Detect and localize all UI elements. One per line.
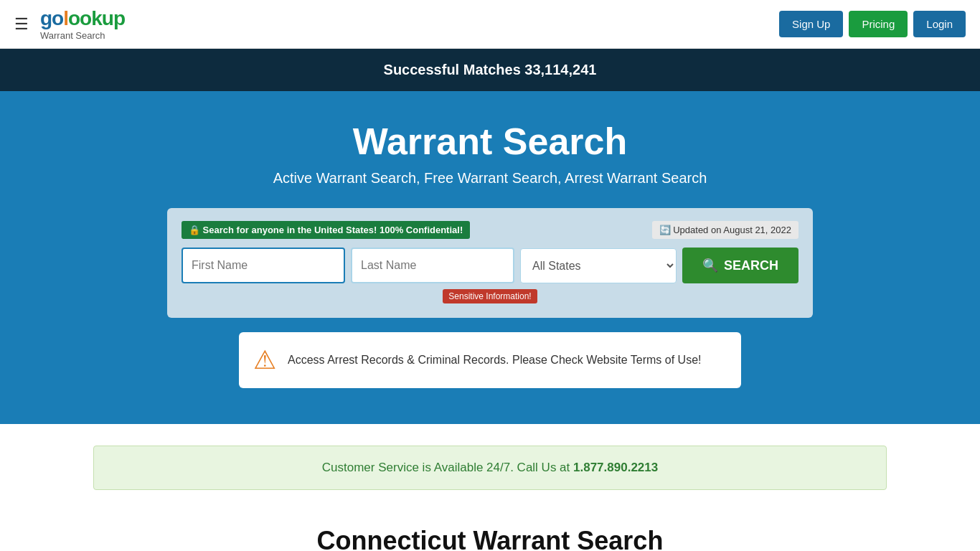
logo[interactable]: golookup bbox=[40, 7, 125, 30]
search-button[interactable]: 🔍 SEARCH bbox=[682, 248, 798, 283]
search-icon: 🔍 bbox=[702, 258, 718, 273]
logo-go: go bbox=[40, 7, 63, 29]
sensitive-info-badge: Sensitive Information! bbox=[182, 283, 798, 303]
customer-service-text: Customer Service is Available 24/7. Call… bbox=[322, 461, 573, 474]
last-name-input[interactable] bbox=[351, 248, 514, 283]
sensitive-label: Sensitive Information! bbox=[443, 289, 537, 303]
pricing-button[interactable]: Pricing bbox=[849, 11, 908, 37]
search-button-label: SEARCH bbox=[724, 258, 778, 273]
hero-title: Warrant Search bbox=[14, 120, 966, 163]
warning-box: ⚠ Access Arrest Records & Criminal Recor… bbox=[239, 332, 741, 388]
content-title: Connecticut Warrant Search bbox=[117, 526, 863, 551]
search-top-bar: 🔒 Search for anyone in the United States… bbox=[182, 221, 798, 239]
search-fields: All States Alabama Alaska Arizona Arkans… bbox=[182, 248, 798, 283]
warning-icon: ⚠ bbox=[253, 345, 276, 375]
hero-subtitle: Active Warrant Search, Free Warrant Sear… bbox=[14, 170, 966, 187]
search-confidential-label: 🔒 Search for anyone in the United States… bbox=[182, 221, 470, 239]
logo-subtitle: Warrant Search bbox=[40, 30, 105, 41]
customer-service-phone[interactable]: 1.877.890.2213 bbox=[573, 461, 658, 474]
signup-button[interactable]: Sign Up bbox=[779, 11, 843, 37]
search-container: 🔒 Search for anyone in the United States… bbox=[167, 208, 813, 318]
content-section: Connecticut Warrant Search Connecticut p… bbox=[95, 512, 885, 551]
header: ☰ golookup Warrant Search Sign Up Pricin… bbox=[0, 0, 980, 49]
hero-section: Warrant Search Active Warrant Search, Fr… bbox=[0, 91, 980, 424]
header-left: ☰ golookup Warrant Search bbox=[14, 7, 125, 41]
logo-lookup: ookup bbox=[68, 7, 125, 29]
warning-text: Access Arrest Records & Criminal Records… bbox=[288, 354, 702, 367]
logo-container: golookup Warrant Search bbox=[40, 7, 125, 41]
menu-icon[interactable]: ☰ bbox=[14, 15, 29, 34]
matches-text: Successful Matches 33,114,241 bbox=[384, 62, 597, 77]
state-select[interactable]: All States Alabama Alaska Arizona Arkans… bbox=[520, 248, 677, 283]
header-right: Sign Up Pricing Login bbox=[779, 11, 966, 37]
search-updated-label: 🔄 Updated on August 21, 2022 bbox=[652, 221, 798, 239]
first-name-input[interactable] bbox=[182, 248, 345, 283]
matches-bar: Successful Matches 33,114,241 bbox=[0, 49, 980, 91]
login-button[interactable]: Login bbox=[913, 11, 966, 37]
logo-eye: l bbox=[63, 7, 68, 29]
customer-service-bar: Customer Service is Available 24/7. Call… bbox=[93, 446, 887, 490]
